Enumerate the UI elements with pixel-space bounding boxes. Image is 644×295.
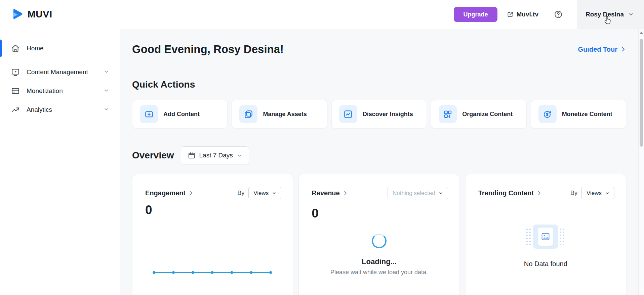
quick-actions-title: Quick Actions xyxy=(132,79,626,90)
sidebar-item-label: Home xyxy=(27,45,44,52)
revenue-card: Revenue Nothing selected 0 Loading... Pl… xyxy=(298,174,459,295)
by-label: By xyxy=(570,190,577,197)
revenue-title: Revenue xyxy=(312,189,339,197)
revenue-value: 0 xyxy=(312,206,319,220)
help-icon xyxy=(554,10,563,19)
discover-insights-card[interactable]: Discover Insights xyxy=(331,100,427,128)
page-title: Good Evening, Rosy Desina! xyxy=(132,43,284,56)
loading-subtitle: Please wait while we load your data. xyxy=(299,269,459,276)
chevron-right-icon xyxy=(536,190,542,196)
muvitv-label: Muvi.tv xyxy=(517,11,538,18)
quick-actions-row: Add Content Manage Assets Discover Insig… xyxy=(132,100,626,128)
vertical-scrollbar[interactable] xyxy=(638,29,644,295)
add-content-card[interactable]: Add Content xyxy=(132,100,228,128)
chevron-right-icon xyxy=(343,190,348,196)
caret-down-icon xyxy=(605,191,609,195)
no-data-text: No Data found xyxy=(466,260,626,268)
date-range-dropdown[interactable]: Last 7 Days xyxy=(181,146,249,164)
sidebar-item-label: Content Management xyxy=(27,68,88,76)
sidebar: Home Content Management Monetization xyxy=(0,29,120,295)
manage-assets-icon xyxy=(239,105,257,123)
loading-spinner xyxy=(372,234,387,248)
content-management-icon xyxy=(11,68,20,77)
guided-tour-label: Guided Tour xyxy=(578,46,617,53)
select-placeholder: Nothing selected xyxy=(393,190,435,197)
sidebar-item-analytics[interactable]: Analytics xyxy=(0,100,120,119)
header-actions: Upgrade Muvi.tv Rosy Desina xyxy=(454,0,644,29)
sidebar-item-monetization[interactable]: Monetization xyxy=(0,82,120,100)
guided-tour-link[interactable]: Guided Tour xyxy=(578,46,626,53)
top-bar: MUVI Upgrade Muvi.tv Rosy Desina xyxy=(0,0,644,29)
monetization-icon xyxy=(11,87,20,95)
engagement-title: Engagement xyxy=(145,189,186,197)
sidebar-item-home[interactable]: Home xyxy=(0,39,120,58)
main-content: Good Evening, Rosy Desina! Guided Tour Q… xyxy=(120,29,638,295)
organize-content-card[interactable]: Organize Content xyxy=(431,100,526,128)
quick-action-label: Discover Insights xyxy=(363,111,413,118)
user-name: Rosy Desina xyxy=(586,11,624,18)
loading-title: Loading... xyxy=(299,257,459,266)
chevron-down-icon xyxy=(628,11,634,17)
quick-action-label: Organize Content xyxy=(462,111,513,118)
active-indicator xyxy=(0,40,2,57)
trending-content-card: Trending Content By Views xyxy=(465,174,626,295)
calendar-icon xyxy=(188,152,195,159)
user-menu[interactable]: Rosy Desina xyxy=(577,0,644,29)
organize-content-icon xyxy=(439,105,457,123)
help-button[interactable] xyxy=(554,10,563,19)
chevron-right-icon xyxy=(620,46,626,52)
engagement-card-link[interactable]: Engagement xyxy=(145,189,194,197)
overview-title: Overview xyxy=(132,150,174,161)
muvi-logo-icon xyxy=(11,8,24,21)
home-icon xyxy=(11,44,20,53)
monetize-content-card[interactable]: Monetize Content xyxy=(531,100,626,128)
discover-insights-icon xyxy=(339,105,357,123)
chevron-down-icon xyxy=(104,88,109,95)
overview-cards: Engagement By Views 0 Revenue xyxy=(132,174,626,295)
trending-views-select[interactable]: Views xyxy=(581,187,614,199)
quick-action-label: Add Content xyxy=(163,111,200,118)
select-value: Views xyxy=(587,190,602,197)
select-value: Views xyxy=(253,190,269,197)
chevron-right-icon xyxy=(188,190,194,196)
sidebar-item-label: Monetization xyxy=(27,87,63,95)
upgrade-button[interactable]: Upgrade xyxy=(454,7,497,22)
sidebar-item-label: Analytics xyxy=(27,106,52,113)
revenue-card-link[interactable]: Revenue xyxy=(312,189,348,197)
caret-down-icon xyxy=(272,191,276,195)
manage-assets-card[interactable]: Manage Assets xyxy=(232,100,327,128)
image-placeholder-icon xyxy=(541,232,550,241)
empty-state xyxy=(466,225,626,249)
caret-down-icon xyxy=(439,191,443,195)
external-link-icon xyxy=(507,11,514,18)
scroll-up-icon[interactable] xyxy=(640,32,643,34)
quick-action-label: Manage Assets xyxy=(263,111,307,118)
monetize-content-icon xyxy=(538,105,557,123)
revenue-filter-select[interactable]: Nothing selected xyxy=(388,187,448,199)
sidebar-item-content-management[interactable]: Content Management xyxy=(0,63,120,82)
add-content-icon xyxy=(140,105,158,123)
trending-title: Trending Content xyxy=(478,189,534,197)
brand-name: MUVI xyxy=(28,9,52,20)
chevron-down-icon xyxy=(104,69,109,76)
date-range-label: Last 7 Days xyxy=(199,152,233,159)
muvitv-link[interactable]: Muvi.tv xyxy=(507,11,538,18)
quick-action-label: Monetize Content xyxy=(562,111,612,118)
engagement-card: Engagement By Views 0 xyxy=(132,174,293,295)
engagement-line-chart xyxy=(132,268,293,277)
trending-content-link[interactable]: Trending Content xyxy=(478,189,542,197)
engagement-views-select[interactable]: Views xyxy=(248,187,281,199)
chevron-down-icon xyxy=(237,153,242,158)
analytics-icon xyxy=(11,105,20,114)
chevron-down-icon xyxy=(104,106,109,113)
scrollbar-thumb[interactable] xyxy=(640,39,643,147)
muvi-logo[interactable]: MUVI xyxy=(0,8,120,21)
engagement-value: 0 xyxy=(145,203,152,217)
by-label: By xyxy=(237,190,244,197)
no-data-illustration xyxy=(533,225,558,249)
